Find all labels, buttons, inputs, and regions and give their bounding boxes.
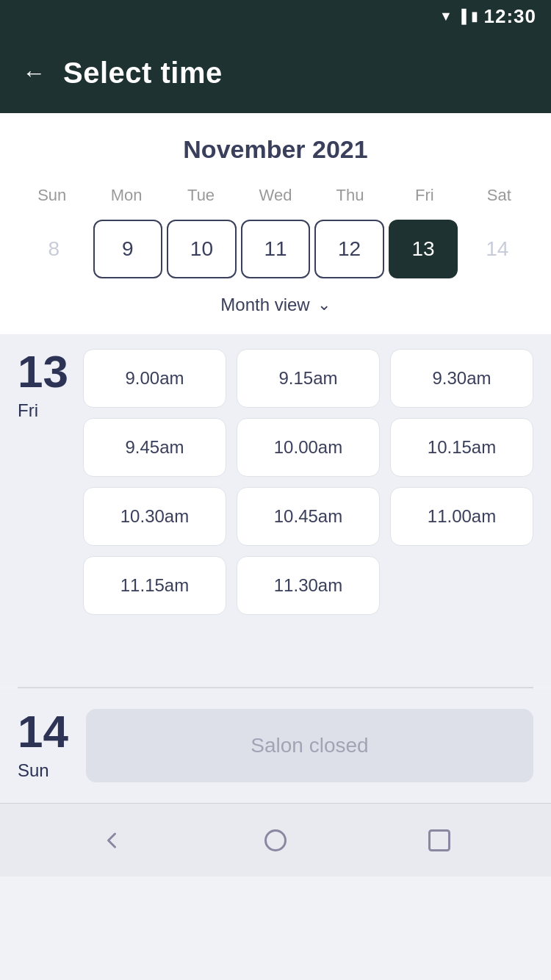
time-slot-915[interactable]: 9.15am — [237, 349, 380, 408]
status-icons: ▼ ▐ ▮ — [439, 8, 478, 24]
date-cell-14[interactable]: 14 — [462, 220, 532, 278]
time-slot-1115[interactable]: 11.15am — [83, 556, 226, 615]
date-row: 8 9 10 11 12 13 14 — [15, 217, 536, 281]
calendar-section: November 2021 Sun Mon Tue Wed Thu Fri Sa… — [0, 113, 551, 334]
day-header-sat: Sat — [462, 181, 536, 209]
date-cell-12[interactable]: 12 — [314, 220, 384, 278]
salon-closed-label: Salon closed — [86, 709, 533, 782]
closed-day-row: 14 Sun Salon closed — [18, 709, 533, 782]
time-grid-wrapper-13: 9.00am 9.15am 9.30am 9.45am 10.00am 10.1… — [83, 349, 533, 615]
svg-point-0 — [265, 830, 285, 850]
time-slot-945[interactable]: 9.45am — [83, 418, 226, 477]
signal-icon: ▐ — [457, 9, 467, 24]
svg-rect-1 — [430, 830, 450, 850]
day-header-sun: Sun — [15, 181, 89, 209]
closed-section-14: 14 Sun Salon closed — [0, 688, 551, 803]
status-time: 12:30 — [484, 5, 537, 28]
battery-icon: ▮ — [471, 8, 478, 24]
day-content-13: 13 Fri 9.00am 9.15am 9.30am 9.45am 10.00… — [18, 349, 533, 615]
date-cell-8[interactable]: 8 — [19, 220, 89, 278]
date-cell-13[interactable]: 13 — [389, 220, 458, 278]
date-cell-9[interactable]: 9 — [93, 220, 163, 278]
day-label-14: 14 Sun — [18, 709, 68, 781]
home-nav-icon — [262, 827, 289, 854]
date-cell-10[interactable]: 10 — [167, 220, 237, 278]
time-slot-1045[interactable]: 10.45am — [237, 487, 380, 546]
time-slot-900[interactable]: 9.00am — [83, 349, 226, 408]
day-header-wed: Wed — [238, 181, 312, 209]
day-number-13: 13 — [18, 349, 68, 394]
time-slot-1015[interactable]: 10.15am — [390, 418, 533, 477]
recent-nav-icon — [426, 827, 453, 854]
day-number-14: 14 — [18, 709, 68, 754]
day-header-mon: Mon — [89, 181, 163, 209]
time-slots-section-13: 13 Fri 9.00am 9.15am 9.30am 9.45am 10.00… — [0, 334, 551, 687]
day-label-13: 13 Fri — [18, 349, 68, 615]
status-bar: ▼ ▐ ▮ 12:30 — [0, 0, 551, 32]
back-nav-icon — [98, 827, 125, 854]
time-slot-1100[interactable]: 11.00am — [390, 487, 533, 546]
time-slot-1130[interactable]: 11.30am — [237, 556, 380, 615]
day-header-fri: Fri — [387, 181, 461, 209]
day-header-thu: Thu — [313, 181, 387, 209]
day-headers: Sun Mon Tue Wed Thu Fri Sat — [15, 181, 536, 209]
month-view-toggle[interactable]: Month view ⌄ — [15, 281, 536, 320]
time-slot-930[interactable]: 9.30am — [390, 349, 533, 408]
recent-nav-button[interactable] — [421, 822, 458, 859]
month-year-label: November 2021 — [15, 135, 536, 164]
header: ← Select time — [0, 32, 551, 113]
wifi-icon: ▼ — [439, 9, 453, 24]
day-name-13: Fri — [18, 400, 38, 421]
home-nav-button[interactable] — [257, 822, 294, 859]
page-title: Select time — [63, 57, 223, 90]
day-name-14: Sun — [18, 760, 49, 781]
time-grid-13: 9.00am 9.15am 9.30am 9.45am 10.00am 10.1… — [83, 349, 533, 615]
day-header-tue: Tue — [164, 181, 238, 209]
time-slot-1000[interactable]: 10.00am — [237, 418, 380, 477]
month-view-label: Month view — [220, 295, 309, 315]
date-cell-11[interactable]: 11 — [241, 220, 311, 278]
back-button[interactable]: ← — [22, 61, 46, 84]
back-nav-button[interactable] — [93, 822, 130, 859]
time-slot-1030[interactable]: 10.30am — [83, 487, 226, 546]
nav-bar — [0, 803, 551, 876]
chevron-down-icon: ⌄ — [317, 295, 331, 314]
